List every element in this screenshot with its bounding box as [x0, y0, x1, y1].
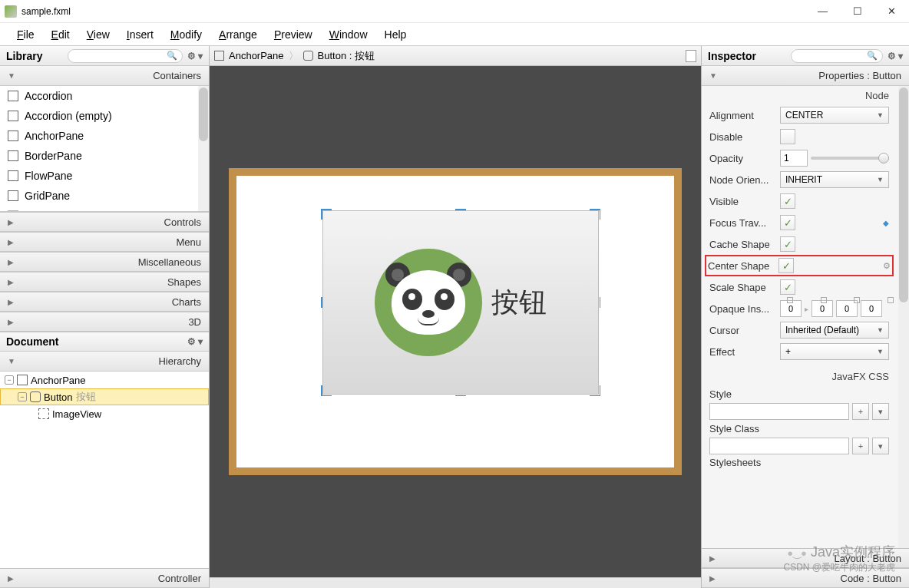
- minimize-button[interactable]: —: [805, 0, 840, 23]
- canvas-scrollbar-h[interactable]: [210, 577, 701, 588]
- document-title: Document: [6, 335, 58, 348]
- menu-edit[interactable]: Edit: [44, 25, 78, 44]
- close-button[interactable]: ✕: [874, 0, 909, 23]
- library-scrollbar[interactable]: [198, 86, 209, 211]
- opacity-slider[interactable]: [811, 157, 889, 160]
- resize-handle-bl[interactable]: [321, 385, 332, 396]
- lib-item-hbox[interactable]: HBox: [0, 206, 209, 212]
- menu-window[interactable]: Window: [322, 25, 375, 44]
- inspector-section-code[interactable]: ▶Code : Button: [702, 568, 909, 588]
- style-menu-button[interactable]: ▾: [872, 403, 889, 420]
- lib-item-borderpane[interactable]: BorderPane: [0, 146, 209, 166]
- menu-help[interactable]: Help: [377, 25, 415, 44]
- expand-arrow-icon: ▶: [8, 574, 14, 583]
- menu-arrange[interactable]: Arrange: [211, 25, 265, 44]
- center-shape-checkbox[interactable]: ✓: [778, 258, 794, 273]
- container-icon: [8, 150, 18, 161]
- resize-handle-t[interactable]: [455, 209, 466, 210]
- menu-modify[interactable]: Modify: [163, 25, 210, 44]
- node-orient-combo[interactable]: INHERIT▼: [780, 171, 889, 188]
- style-input[interactable]: [709, 403, 849, 420]
- resize-handle-tl[interactable]: [321, 209, 332, 220]
- document-section-hierarchy[interactable]: ▼Hierarchy: [0, 352, 209, 372]
- library-search[interactable]: 🔍: [68, 49, 183, 63]
- library-menu-gear-icon[interactable]: ⚙ ▾: [187, 51, 203, 61]
- prop-style: Style +▾: [702, 385, 897, 420]
- expand-arrow-icon: ▶: [709, 574, 716, 583]
- opacity-input[interactable]: 1: [780, 150, 808, 167]
- canvas-button-node[interactable]: 按钮: [322, 210, 599, 395]
- search-icon: 🔍: [867, 51, 878, 61]
- breadcrumb-item[interactable]: AnchorPane: [229, 50, 284, 61]
- menu-preview[interactable]: Preview: [266, 25, 320, 44]
- lib-item-anchorpane[interactable]: AnchorPane: [0, 126, 209, 146]
- library-section-controls[interactable]: ▶Controls: [0, 212, 209, 232]
- container-icon: [8, 170, 18, 181]
- style-class-input[interactable]: [709, 438, 849, 454]
- resize-handle-br[interactable]: [590, 385, 600, 396]
- library-header: Library 🔍 ⚙ ▾: [0, 46, 209, 66]
- collapse-arrow-icon: ▼: [709, 71, 717, 80]
- document-icon[interactable]: [686, 50, 696, 62]
- scale-shape-checkbox[interactable]: ✓: [780, 279, 795, 295]
- inspector-scrollbar[interactable]: [898, 86, 909, 548]
- prop-visible: Visible ✓: [702, 190, 897, 212]
- canvas[interactable]: 按钮: [210, 66, 701, 577]
- resize-handle-tr[interactable]: [590, 209, 600, 220]
- lib-item-accordion-empty[interactable]: Accordion (empty): [0, 106, 209, 126]
- container-icon: [8, 210, 18, 212]
- lib-item-gridpane[interactable]: GridPane: [0, 186, 209, 206]
- css-group-header: JavaFX CSS: [702, 367, 897, 385]
- canvas-root[interactable]: 按钮: [229, 168, 682, 475]
- expand-toggle[interactable]: −: [5, 375, 14, 385]
- add-style-button[interactable]: +: [852, 403, 869, 420]
- library-section-charts[interactable]: ▶Charts: [0, 292, 209, 312]
- menu-view[interactable]: View: [79, 25, 117, 44]
- menu-insert[interactable]: Insert: [119, 25, 161, 44]
- gear-icon[interactable]: ⚙: [883, 261, 891, 271]
- prop-effect: Effect +▼: [702, 341, 897, 362]
- disable-checkbox[interactable]: [780, 129, 795, 144]
- inset-left[interactable]: 0: [861, 300, 882, 317]
- menu-file[interactable]: File: [9, 25, 42, 44]
- breadcrumb-item[interactable]: Button : 按钮: [318, 49, 375, 63]
- alignment-combo[interactable]: CENTER▼: [780, 107, 889, 124]
- library-section-misc[interactable]: ▶Miscellaneous: [0, 252, 209, 272]
- cursor-combo[interactable]: Inherited (Default)▼: [780, 322, 889, 339]
- prop-node-orient: Node Orien... INHERIT▼: [702, 169, 897, 190]
- focus-trav-checkbox[interactable]: ✓: [780, 215, 795, 230]
- tree-row-imageview[interactable]: ImageView: [0, 405, 209, 422]
- effect-combo[interactable]: +▼: [780, 343, 889, 360]
- prop-scale-shape: Scale Shape ✓: [702, 276, 897, 298]
- inspector-section-properties[interactable]: ▼Properties : Button: [702, 66, 909, 86]
- style-class-menu-button[interactable]: ▾: [872, 438, 889, 454]
- prop-disable: Disable: [702, 126, 897, 147]
- library-section-menu[interactable]: ▶Menu: [0, 232, 209, 252]
- library-section-containers[interactable]: ▼ Containers: [0, 66, 209, 86]
- container-icon: [8, 91, 18, 101]
- link-indicator-icon[interactable]: ◆: [883, 219, 889, 227]
- maximize-button[interactable]: ☐: [840, 0, 874, 23]
- library-section-3d[interactable]: ▶3D: [0, 312, 209, 332]
- section-label: Containers: [153, 70, 201, 81]
- lib-item-accordion[interactable]: Accordion: [0, 86, 209, 106]
- library-section-shapes[interactable]: ▶Shapes: [0, 272, 209, 292]
- document-menu-gear-icon[interactable]: ⚙ ▾: [187, 336, 203, 347]
- visible-checkbox[interactable]: ✓: [780, 193, 795, 209]
- inspector-section-layout[interactable]: ▶Layout : Button: [702, 548, 909, 568]
- prop-focus-trav: Focus Trav... ✓ ◆: [702, 212, 897, 233]
- tree-row-button[interactable]: − Button 按钮: [0, 388, 209, 405]
- tree-row-anchorpane[interactable]: − AnchorPane: [0, 372, 209, 388]
- inspector-search[interactable]: 🔍: [791, 49, 883, 63]
- window-title: sample.fxml: [21, 6, 805, 17]
- add-style-class-button[interactable]: +: [852, 438, 869, 454]
- expand-arrow-icon: ▶: [8, 258, 14, 266]
- resize-handle-l[interactable]: [321, 297, 322, 308]
- resize-handle-b[interactable]: [455, 395, 466, 397]
- expand-toggle[interactable]: −: [18, 392, 27, 401]
- inspector-menu-gear-icon[interactable]: ⚙ ▾: [888, 51, 903, 61]
- cache-shape-checkbox[interactable]: ✓: [780, 236, 795, 252]
- document-section-controller[interactable]: ▶Controller: [0, 568, 209, 588]
- resize-handle-r[interactable]: [600, 297, 601, 308]
- lib-item-flowpane[interactable]: FlowPane: [0, 166, 209, 186]
